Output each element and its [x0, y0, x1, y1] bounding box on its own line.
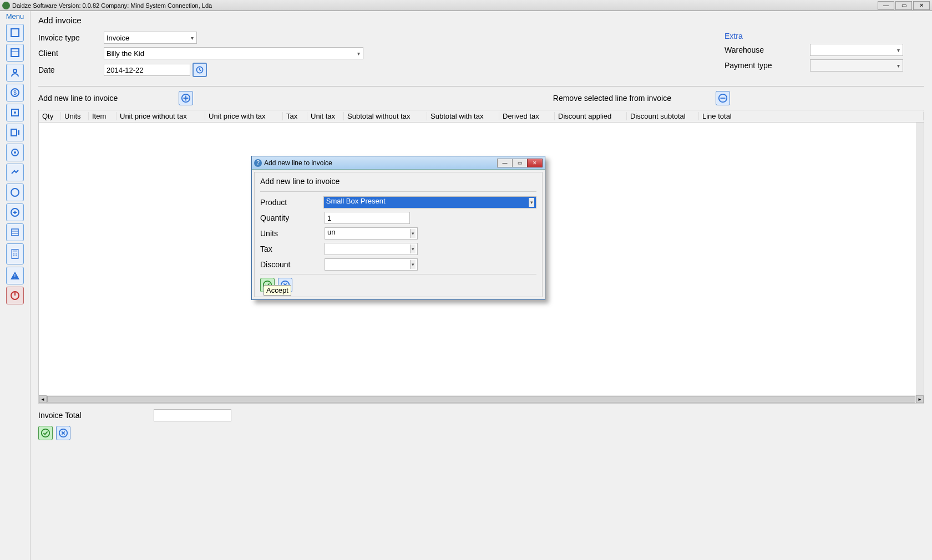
app-icon: [2, 2, 10, 9]
warehouse-select[interactable]: [810, 44, 903, 56]
units-label: Units: [260, 229, 325, 238]
sidebar-btn-9[interactable]: [6, 184, 24, 201]
dialog-maximize-button[interactable]: ▭: [512, 159, 528, 167]
table-header: Qty Units Item Unit price without tax Un…: [39, 110, 924, 123]
col-discount-subtotal[interactable]: Discount subtotal: [627, 112, 699, 120]
warehouse-label: Warehouse: [725, 45, 810, 54]
svg-text:$: $: [13, 90, 17, 96]
tax-select[interactable]: [325, 243, 418, 255]
sidebar-btn-4[interactable]: $: [6, 84, 24, 101]
table-hscroll[interactable]: ◄ ►: [39, 395, 924, 403]
dialog-icon: ?: [254, 159, 262, 167]
col-unit-tax[interactable]: Unit tax: [307, 112, 344, 120]
remove-line-label: Remove selected line from invoice: [553, 94, 671, 103]
tax-label: Tax: [260, 245, 325, 253]
sidebar: Menu $ !: [0, 11, 31, 560]
window-maximize-button[interactable]: ▭: [895, 1, 912, 10]
accept-invoice-button[interactable]: [38, 426, 53, 440]
hscroll-thumb[interactable]: [47, 396, 915, 403]
accept-tooltip: Accept: [264, 285, 291, 296]
svg-rect-1: [11, 49, 19, 57]
sidebar-menu-label: Menu: [6, 12, 24, 21]
svg-point-23: [14, 256, 16, 257]
col-units[interactable]: Units: [61, 112, 89, 120]
col-tax[interactable]: Tax: [283, 112, 307, 120]
table-vscroll[interactable]: [916, 123, 924, 395]
add-line-button[interactable]: [179, 91, 193, 105]
sidebar-btn-1[interactable]: [6, 24, 24, 42]
discount-select[interactable]: [325, 258, 418, 271]
remove-line-button[interactable]: [716, 91, 730, 105]
sidebar-btn-6[interactable]: [6, 124, 24, 141]
client-select[interactable]: Billy the Kid: [104, 47, 363, 59]
payment-type-label: Payment type: [725, 61, 810, 70]
svg-text:!: !: [14, 273, 16, 279]
col-item[interactable]: Item: [89, 112, 116, 120]
svg-point-12: [11, 189, 19, 196]
svg-rect-9: [18, 130, 19, 135]
col-line-total[interactable]: Line total: [699, 112, 924, 120]
date-input[interactable]: [104, 64, 190, 76]
svg-point-7: [14, 111, 16, 114]
sidebar-btn-10[interactable]: [6, 203, 24, 221]
dialog-close-button[interactable]: ✕: [527, 159, 543, 167]
svg-point-11: [14, 151, 16, 154]
hscroll-right-icon[interactable]: ►: [916, 395, 924, 403]
dialog-minimize-button[interactable]: —: [497, 159, 513, 167]
sidebar-btn-power[interactable]: [6, 287, 24, 304]
window-title: Daidze Software Version: 0.0.82 Company:…: [12, 2, 212, 9]
dialog-titlebar[interactable]: ? Add new line to invoice — ▭ ✕: [252, 156, 545, 170]
invoice-total-input[interactable]: [154, 409, 231, 421]
col-discount-applied[interactable]: Discount applied: [555, 112, 627, 120]
col-qty[interactable]: Qty: [39, 112, 61, 120]
sidebar-btn-warning[interactable]: !: [6, 267, 24, 284]
svg-rect-0: [11, 29, 19, 37]
sidebar-btn-3[interactable]: [6, 64, 24, 82]
invoice-total-label: Invoice Total: [38, 411, 82, 420]
invoice-type-select[interactable]: Invoice: [104, 32, 197, 44]
hscroll-left-icon[interactable]: ◄: [39, 395, 47, 403]
svg-point-3: [13, 69, 17, 73]
content-area: Add invoice Invoice type Invoice Client …: [31, 11, 932, 560]
sidebar-btn-5[interactable]: [6, 104, 24, 121]
page-title: Add invoice: [38, 16, 924, 25]
svg-point-24: [16, 256, 17, 257]
discount-label: Discount: [260, 260, 325, 269]
window-minimize-button[interactable]: —: [878, 1, 894, 10]
date-label: Date: [38, 65, 104, 74]
date-picker-button[interactable]: [193, 63, 207, 77]
col-subtotal-notax[interactable]: Subtotal without tax: [344, 112, 427, 120]
add-line-dialog: ? Add new line to invoice — ▭ ✕ Add new …: [251, 156, 545, 300]
col-subtotal-tax[interactable]: Subtotal with tax: [427, 112, 499, 120]
sidebar-btn-7[interactable]: [6, 144, 24, 161]
window-close-button[interactable]: ✕: [913, 1, 930, 10]
svg-point-21: [16, 253, 17, 254]
svg-point-20: [14, 253, 16, 254]
payment-type-select[interactable]: [810, 59, 903, 72]
quantity-input[interactable]: [325, 212, 410, 224]
svg-rect-18: [13, 250, 17, 252]
quantity-label: Quantity: [260, 213, 325, 222]
svg-rect-14: [12, 229, 18, 236]
sidebar-btn-8[interactable]: [6, 164, 24, 181]
svg-point-31: [42, 429, 49, 437]
sidebar-btn-2[interactable]: [6, 44, 24, 62]
sidebar-btn-calculator[interactable]: [6, 243, 24, 264]
product-label: Product: [260, 198, 323, 207]
sidebar-btn-11[interactable]: [6, 223, 24, 241]
units-select[interactable]: un: [325, 227, 418, 240]
invoice-type-label: Invoice type: [38, 33, 104, 42]
svg-point-19: [13, 253, 14, 254]
cancel-invoice-button[interactable]: [56, 426, 70, 440]
add-line-label: Add new line to invoice: [38, 94, 118, 103]
col-derived-tax[interactable]: Derived tax: [499, 112, 555, 120]
extra-section-title: Extra: [725, 32, 913, 40]
client-label: Client: [38, 49, 104, 58]
col-unitprice-notax[interactable]: Unit price without tax: [116, 112, 205, 120]
svg-rect-8: [11, 129, 17, 136]
svg-point-22: [13, 256, 14, 257]
divider: [38, 86, 924, 86]
window-titlebar: Daidze Software Version: 0.0.82 Company:…: [0, 0, 932, 11]
col-unitprice-tax[interactable]: Unit price with tax: [205, 112, 283, 120]
product-select[interactable]: Small Box Present: [323, 196, 536, 208]
